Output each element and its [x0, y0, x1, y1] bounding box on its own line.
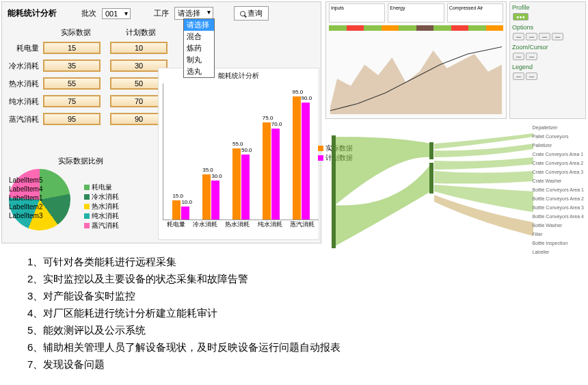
feature-item: 1、可针对各类能耗进行远程采集 [27, 253, 340, 270]
zoom-button[interactable]: — [513, 53, 524, 60]
batch-select[interactable]: 001 [102, 8, 131, 19]
process-dropdown-list[interactable]: 请选择 混合 炼药 制丸 选丸 [183, 18, 215, 78]
sankey-diagram: DepalletizerPallet ConveyorsPalletizerCr… [328, 123, 585, 260]
mini-box: Energy [388, 3, 444, 23]
feature-item: 7、发现设备问题 [27, 356, 340, 373]
value-box: 95 [43, 113, 101, 125]
value-box: 10 [110, 42, 168, 54]
mini-box: Inputs [329, 3, 385, 23]
option-button[interactable]: — [552, 33, 563, 40]
value-box: 75 [43, 95, 101, 107]
feature-item: 6、辅助相关管理人员了解设备现状，及时反映设备运行问题自动报表 [27, 338, 340, 356]
area-chart [330, 36, 502, 114]
dropdown-option[interactable]: 制丸 [184, 54, 214, 66]
mini-box: Compressed Air [447, 3, 503, 23]
value-box: 15 [43, 42, 101, 54]
option-button[interactable]: — [539, 33, 550, 40]
option-button[interactable]: — [513, 33, 524, 40]
option-button[interactable]: — [526, 33, 537, 40]
col-header-planned: 计划数据 [108, 27, 173, 38]
legend-item[interactable]: — [526, 72, 537, 80]
process-label: 工序 [154, 8, 169, 18]
data-row: 耗电量1510 [2, 42, 321, 54]
search-icon [240, 11, 245, 16]
svg-rect-1 [429, 142, 433, 159]
col-header-actual: 实际数据 [43, 27, 108, 38]
bar-chart-area: 能耗统计分析 15.010.035.030.055.050.075.070.09… [158, 68, 319, 240]
pie-legend: 耗电量 冷水消耗 热水消耗 纯水消耗 蒸汽消耗 [84, 183, 119, 230]
dropdown-option[interactable]: 混合 [184, 31, 214, 42]
profile-button[interactable]: ●●● [513, 13, 529, 21]
search-button[interactable]: 查询 [234, 6, 269, 21]
bar-chart: 15.010.035.030.055.050.075.070.095.090.0 [163, 83, 319, 220]
legend-item[interactable]: — [513, 72, 524, 80]
batch-label: 批次 [81, 8, 96, 18]
bar-x-labels: 耗电量冷水消耗热水消耗纯水消耗蒸汽消耗 [163, 220, 319, 229]
zoom-button[interactable]: — [526, 53, 537, 60]
feature-item: 5、能效测评以及公示系统 [27, 321, 340, 338]
feature-item: 3、对产能设备实时监控 [27, 287, 340, 304]
status-bar [329, 25, 503, 31]
pie-chart-area: 实际数据比例 LabelItem5 LabelItem4 LabelItem1 … [9, 156, 152, 230]
timeseries-panel: Inputs Energy Compressed Air [325, 1, 507, 119]
dropdown-option[interactable]: 请选择 [184, 19, 214, 31]
controls-panel: Profile●●● Options———— Zoom/Cursor—— Leg… [509, 1, 586, 119]
value-box: 35 [43, 59, 101, 72]
feature-list: 1、可针对各类能耗进行远程采集 2、实时监控以及主要设备的状态采集和故障告警 3… [27, 253, 340, 373]
feature-item: 4、对厂区能耗进行统计分析建立能耗审计 [27, 304, 340, 321]
sankey-labels: DepalletizerPallet ConveyorsPalletizerCr… [533, 123, 585, 256]
feature-item: 2、实时监控以及主要设备的状态采集和故障告警 [27, 270, 340, 287]
pie-labels: LabelItem5 LabelItem4 LabelItem1 LabelIt… [9, 176, 42, 220]
svg-rect-0 [332, 135, 336, 248]
panel-title: 能耗统计分析 [8, 8, 57, 19]
svg-rect-2 [429, 163, 433, 194]
dropdown-option[interactable]: 炼药 [184, 42, 214, 54]
pie-title: 实际数据比例 [9, 156, 152, 166]
dropdown-option[interactable]: 选丸 [184, 66, 214, 77]
value-box: 55 [43, 77, 101, 90]
energy-stats-panel: 能耗统计分析 批次 001 工序 请选择 查询 请选择 混合 炼药 制丸 选丸 … [1, 1, 321, 243]
